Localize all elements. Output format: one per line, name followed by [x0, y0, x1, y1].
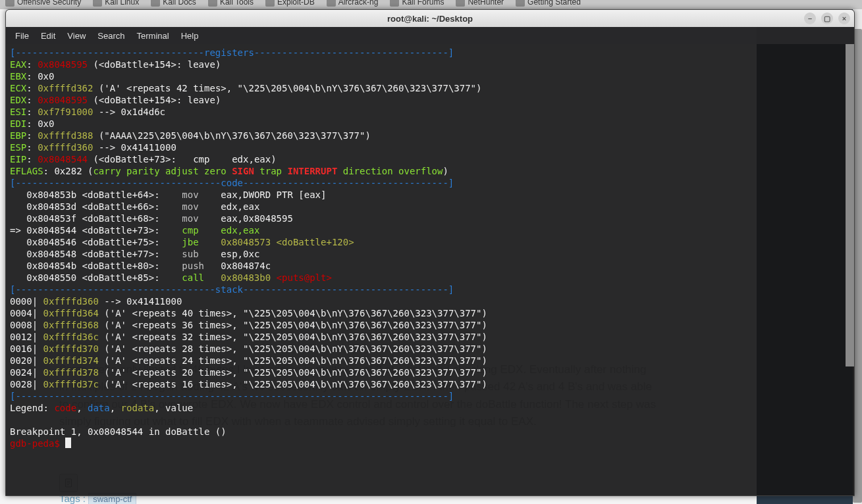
menu-help[interactable]: Help	[181, 31, 199, 41]
reg-rest: : 0x0	[26, 71, 54, 82]
code-pre: 0x804853b <doBattle+64>:	[10, 189, 182, 200]
eflags-off: carry parity adjust zero	[93, 166, 232, 176]
code-args: eax,DWORD PTR [eax]	[199, 189, 327, 200]
menu-view[interactable]: View	[67, 31, 86, 41]
terminal-window: root@kali: ~/Desktop – ▢ × File Edit Vie…	[5, 9, 855, 496]
stack-rest: ('A' <repeats 32 times>, "\225\205\004\b…	[99, 332, 487, 342]
reg-rest: --> 0x41411000	[93, 142, 176, 153]
reg-sep: :	[26, 83, 38, 93]
code-args: edx,eax	[199, 225, 260, 236]
code-op: mov	[182, 213, 198, 224]
reg-name: ESI	[10, 107, 26, 117]
stack-rest: ('A' <repeats 28 times>, "\225\205\004\b…	[99, 343, 487, 354]
bookmark-item[interactable]: Kali Docs	[151, 0, 196, 7]
menubar: File Edit View Search Terminal Help	[6, 27, 854, 44]
bookmark-label: Kali Docs	[163, 0, 196, 7]
code-args: eax,0x8048595	[199, 213, 293, 224]
bookmark-item[interactable]: Offensive Security	[5, 0, 81, 7]
reg-name: EBP	[10, 130, 26, 141]
code-args: 0x8048573 <doBattle+120>	[199, 237, 354, 247]
section-stack: [------------------------------------sta…	[10, 284, 454, 295]
bookmark-item[interactable]: Kali Tools	[208, 0, 254, 7]
code-pre: 0x804853f <doBattle+68>:	[10, 213, 182, 224]
stack-rest: ('A' <repeats 20 times>, "\225\205\004\b…	[99, 367, 487, 378]
code-op: cmp	[182, 225, 198, 236]
reg-val: 0xf7f91000	[38, 107, 93, 117]
bookmark-label: NetHunter	[468, 0, 504, 7]
legend-lead: Legend:	[10, 403, 54, 413]
stack-off: 0024|	[10, 367, 43, 378]
menu-edit[interactable]: Edit	[41, 31, 55, 41]
eflags-label: EFLAGS	[10, 166, 43, 176]
legend-sep: ,	[76, 403, 88, 413]
window-title: root@kali: ~/Desktop	[387, 14, 473, 24]
bookmark-item[interactable]: Getting Started	[516, 0, 581, 7]
stack-rest: --> 0x41411000	[99, 296, 182, 307]
terminal-scrollbar[interactable]	[846, 44, 854, 366]
bookmark-icon	[456, 0, 465, 7]
reg-name: EIP	[10, 154, 26, 164]
bookmark-item[interactable]: Aircrack-ng	[327, 0, 379, 7]
close-button[interactable]: ×	[838, 13, 850, 24]
reg-val: 0xffffd362	[38, 83, 93, 93]
terminal-scrollbar-thumb[interactable]	[846, 44, 854, 366]
bookmark-item[interactable]: Exploit-DB	[265, 0, 315, 7]
stack-off: 0020|	[10, 355, 43, 366]
menu-terminal[interactable]: Terminal	[137, 31, 169, 41]
code-args: esp,0xc	[199, 249, 260, 259]
code-args: 0x804874c	[204, 261, 271, 271]
eflags-off: direction overflow	[337, 166, 443, 176]
bookmark-item[interactable]: Kali Forums	[390, 0, 444, 7]
minimize-button[interactable]: –	[804, 13, 816, 24]
code-op: mov	[182, 189, 198, 200]
code-pre: 0x8048546 <doBattle+75>:	[10, 237, 182, 247]
code-pre: 0x8048550 <doBattle+85>:	[10, 272, 182, 283]
code-addr: 0x80483b0	[204, 272, 271, 283]
window-titlebar[interactable]: root@kali: ~/Desktop – ▢ ×	[6, 10, 854, 27]
bookmark-icon	[265, 0, 275, 7]
section-code: [-------------------------------------co…	[10, 178, 454, 188]
reg-val: 0x8048595	[38, 59, 88, 70]
menu-search[interactable]: Search	[97, 31, 124, 41]
eflags-mid: : 0x282 (	[43, 166, 94, 176]
bookmark-icon	[151, 0, 160, 7]
stack-rest: ('A' <repeats 16 times>, "\225\205\004\b…	[99, 379, 487, 390]
stack-addr: 0xffffd364	[43, 308, 99, 318]
stack-off: 0008|	[10, 320, 43, 330]
legend-code: code	[54, 403, 76, 413]
reg-sep: :	[26, 142, 38, 153]
reg-rest: (<doBattle+154>: leave)	[88, 59, 221, 70]
code-arrow: =>	[10, 225, 26, 236]
stack-addr: 0xffffd36c	[43, 332, 99, 342]
reg-name: EAX	[10, 59, 26, 70]
stack-addr: 0xffffd374	[43, 355, 99, 366]
stack-off: 0012|	[10, 332, 43, 342]
maximize-button[interactable]: ▢	[821, 13, 833, 24]
bookmark-item[interactable]: NetHunter	[456, 0, 504, 7]
code-args: edx,eax	[199, 201, 260, 212]
code-op: mov	[182, 201, 198, 212]
stack-rest: ('A' <repeats 40 times>, "\225\205\004\b…	[99, 308, 487, 318]
code-pre: 0x804854b <doBattle+80>:	[10, 261, 182, 271]
bookmark-icon	[93, 0, 102, 7]
eflags-sign: SIGN	[232, 166, 254, 176]
reg-val: 0xffffd388	[38, 130, 93, 141]
prompt: gdb-peda$	[10, 438, 65, 449]
stack-addr: 0xffffd360	[43, 296, 99, 307]
eflags-off: trap	[254, 166, 288, 176]
reg-name: EBX	[10, 71, 26, 82]
stack-addr: 0xffffd368	[43, 320, 99, 330]
menu-file[interactable]: File	[15, 31, 29, 41]
legend-data: data	[88, 403, 110, 413]
eflags-tail: )	[443, 166, 448, 176]
reg-sep: :	[26, 59, 38, 70]
cursor[interactable]	[65, 438, 71, 448]
bookmark-item[interactable]: Kali Linux	[93, 0, 139, 7]
terminal-output[interactable]: [----------------------------------regis…	[6, 44, 854, 495]
code-addr: 0x8048544 <doBattle+73>:	[26, 225, 182, 236]
bookmark-label: Aircrack-ng	[338, 0, 379, 7]
stack-off: 0016|	[10, 343, 43, 354]
bookmark-label: Exploit-DB	[277, 0, 315, 7]
reg-sep: :	[26, 130, 38, 141]
bookmark-icon	[327, 0, 336, 7]
